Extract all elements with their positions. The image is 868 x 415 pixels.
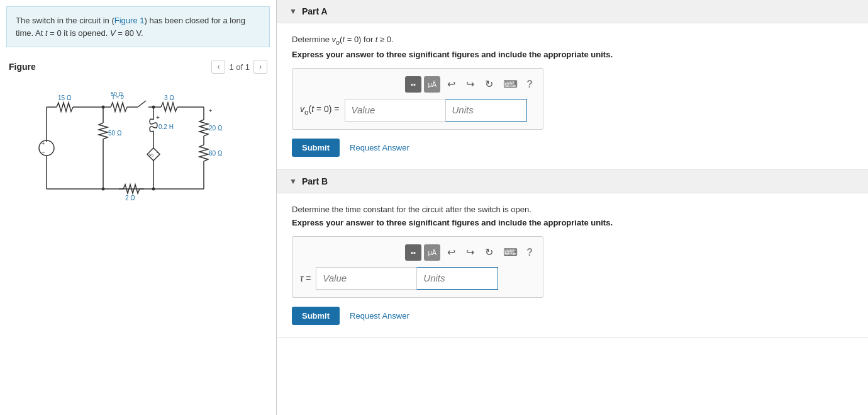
part-b-equation-label: τ = bbox=[300, 273, 311, 283]
part-a-equation-label: vo(t = 0) = bbox=[300, 104, 340, 116]
part-b-request-answer-link[interactable]: Request Answer bbox=[350, 311, 409, 321]
svg-text:50 Ω: 50 Ω bbox=[108, 130, 122, 137]
svg-point-65 bbox=[102, 188, 105, 191]
part-a-toolbar: ▪▪ μÅ ↩ ↪ ↻ ⌨ ? bbox=[300, 76, 535, 93]
svg-text:3 Ω: 3 Ω bbox=[164, 94, 174, 101]
part-a-section: ▼ Part A Determine vo(t = 0) for t ≥ 0. … bbox=[277, 0, 868, 170]
part-b-header[interactable]: ▼ Part B bbox=[277, 170, 868, 193]
part-b-instruction: Express your answer to three significant… bbox=[292, 218, 853, 227]
part-a-submit-button[interactable]: Submit bbox=[292, 139, 340, 157]
part-a-title: Part A bbox=[302, 6, 328, 16]
svg-point-64 bbox=[152, 106, 155, 109]
part-b-input-row: τ = bbox=[300, 267, 535, 290]
part-b-units-input[interactable] bbox=[416, 267, 498, 290]
svg-text:+: + bbox=[42, 140, 45, 147]
part-b-mu-btn[interactable]: μÅ bbox=[424, 244, 440, 261]
problem-statement: The switch in the circuit in (Figure 1) … bbox=[6, 6, 270, 47]
part-b-collapse-icon: ▼ bbox=[289, 177, 297, 186]
left-panel: The switch in the circuit in (Figure 1) … bbox=[0, 0, 277, 415]
right-panel: ▼ Part A Determine vo(t = 0) for t ≥ 0. … bbox=[277, 0, 868, 415]
svg-text:−: − bbox=[157, 150, 160, 156]
part-a-instruction: Express your answer to three significant… bbox=[292, 50, 853, 59]
svg-text:v₀: v₀ bbox=[149, 152, 153, 157]
part-a-undo-btn[interactable]: ↩ bbox=[443, 76, 459, 93]
part-b-undo-btn[interactable]: ↩ bbox=[443, 244, 459, 261]
part-b-title: Part B bbox=[302, 176, 328, 186]
part-b-value-input[interactable] bbox=[316, 267, 416, 290]
part-b-section: ▼ Part B Determine the time constant for… bbox=[277, 170, 868, 338]
part-a-input-row: vo(t = 0) = bbox=[300, 99, 535, 122]
part-b-content: Determine the time constant for the circ… bbox=[277, 193, 868, 338]
svg-text:50 Ω: 50 Ω bbox=[111, 91, 123, 97]
svg-text:−: − bbox=[42, 149, 45, 156]
figure-link[interactable]: Figure 1 bbox=[114, 16, 145, 25]
part-b-split-btn[interactable]: ▪▪ bbox=[405, 244, 421, 261]
svg-text:+: + bbox=[156, 114, 160, 121]
svg-point-63 bbox=[102, 106, 105, 109]
part-b-split-icon: ▪▪ bbox=[411, 249, 416, 256]
nav-prev-button[interactable]: ‹ bbox=[211, 60, 225, 74]
figure-nav: ‹ 1 of 1 › bbox=[211, 60, 267, 74]
part-b-submit-button[interactable]: Submit bbox=[292, 307, 340, 325]
figure-label: Figure bbox=[9, 62, 36, 72]
split-icon: ▪▪ bbox=[411, 81, 416, 88]
part-a-question: Determine vo(t = 0) for t ≥ 0. bbox=[292, 35, 853, 46]
svg-text:0.2 H: 0.2 H bbox=[159, 123, 174, 130]
problem-text: The switch in the circuit in (Figure 1) … bbox=[16, 16, 245, 38]
circuit-diagram: + − V 15 Ω 50 Ω t = 0 3 Ω bbox=[15, 85, 242, 211]
part-b-toolbar: ▪▪ μÅ ↩ ↪ ↻ ⌨ ? bbox=[300, 244, 535, 261]
nav-next-button[interactable]: › bbox=[253, 60, 267, 74]
part-b-answer-box: ▪▪ μÅ ↩ ↪ ↻ ⌨ ? τ = bbox=[292, 236, 543, 298]
part-b-help-icon[interactable]: ? bbox=[524, 247, 535, 258]
mu-label: μÅ bbox=[428, 81, 437, 88]
part-b-refresh-btn[interactable]: ↻ bbox=[481, 244, 497, 261]
part-b-keyboard-btn[interactable]: ⌨ bbox=[499, 244, 521, 261]
part-a-content: Determine vo(t = 0) for t ≥ 0. Express y… bbox=[277, 23, 868, 169]
part-a-split-btn[interactable]: ▪▪ bbox=[405, 76, 421, 93]
svg-text:15 Ω: 15 Ω bbox=[58, 94, 72, 101]
part-a-answer-box: ▪▪ μÅ ↩ ↪ ↻ ⌨ ? vo(t = 0) = bbox=[292, 68, 543, 130]
part-a-mu-btn[interactable]: μÅ bbox=[424, 76, 440, 93]
part-a-request-answer-link[interactable]: Request Answer bbox=[350, 143, 409, 152]
part-b-action-row: Submit Request Answer bbox=[292, 307, 853, 325]
part-a-value-input[interactable] bbox=[345, 99, 445, 122]
circuit-container: + − V 15 Ω 50 Ω t = 0 3 Ω bbox=[9, 79, 267, 219]
part-a-collapse-icon: ▼ bbox=[289, 7, 297, 16]
figure-section: Figure ‹ 1 of 1 › bbox=[0, 54, 276, 415]
part-a-keyboard-btn[interactable]: ⌨ bbox=[499, 76, 521, 93]
part-a-refresh-btn[interactable]: ↻ bbox=[481, 76, 497, 93]
part-a-action-row: Submit Request Answer bbox=[292, 139, 853, 157]
part-b-redo-btn[interactable]: ↪ bbox=[462, 244, 478, 261]
svg-text:60 Ω: 60 Ω bbox=[209, 150, 223, 157]
part-a-header[interactable]: ▼ Part A bbox=[277, 0, 868, 23]
figure-header: Figure ‹ 1 of 1 › bbox=[9, 60, 267, 74]
svg-text:2 Ω: 2 Ω bbox=[125, 195, 135, 202]
part-b-question: Determine the time constant for the circ… bbox=[292, 205, 853, 214]
part-b-mu-label: μÅ bbox=[428, 249, 437, 256]
svg-text:+: + bbox=[209, 108, 212, 114]
part-a-help-icon[interactable]: ? bbox=[524, 79, 535, 90]
part-a-units-input[interactable] bbox=[445, 99, 527, 122]
part-a-redo-btn[interactable]: ↪ bbox=[462, 76, 478, 93]
svg-text:20 Ω: 20 Ω bbox=[209, 125, 223, 132]
nav-count: 1 of 1 bbox=[229, 62, 250, 72]
svg-point-66 bbox=[152, 188, 155, 191]
